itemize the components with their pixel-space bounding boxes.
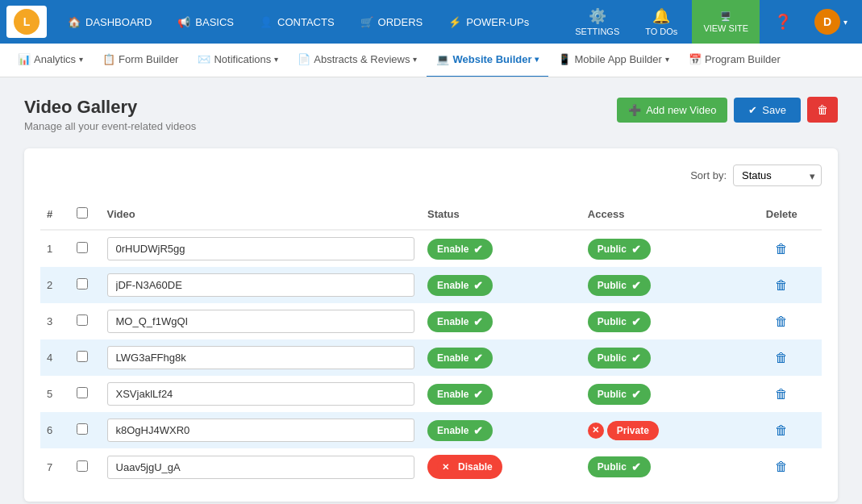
chevron-down-icon: ▾ xyxy=(79,55,83,64)
row-video-cell xyxy=(101,339,422,376)
access-badge[interactable]: Public ✔ xyxy=(588,384,651,405)
nav-basics[interactable]: 📢 BASICS xyxy=(164,0,247,44)
row-number: 7 xyxy=(40,448,70,485)
sort-select[interactable]: Status Access Video xyxy=(733,165,822,186)
row-checkbox[interactable] xyxy=(77,423,88,435)
access-badge[interactable]: Public ✔ xyxy=(588,311,651,332)
access-badge[interactable]: Public ✔ xyxy=(588,456,651,477)
delete-row-button[interactable]: 🗑 xyxy=(775,387,788,402)
video-input[interactable] xyxy=(107,419,415,442)
save-button[interactable]: ✔ Save xyxy=(734,98,801,123)
delete-row-button[interactable]: 🗑 xyxy=(775,351,788,365)
status-badge[interactable]: Enable ✔ xyxy=(427,384,493,405)
row-checkbox-cell xyxy=(70,267,100,303)
nav-powerups[interactable]: ⚡ POWER-UPs xyxy=(435,0,542,44)
status-badge[interactable]: Enable ✔ xyxy=(427,239,493,260)
powerups-icon: ⚡ xyxy=(448,16,461,28)
viewsite-icon: 🖥️ xyxy=(720,11,731,22)
tab-mobile-app[interactable]: 📱 Mobile App Builder ▾ xyxy=(548,44,678,77)
delete-all-button[interactable]: 🗑 xyxy=(807,97,838,123)
table-row: 7 ✕ Disable Public ✔ 🗑 xyxy=(40,448,822,485)
nav-orders[interactable]: 🛒 ORDERS xyxy=(348,0,436,44)
access-badge[interactable]: Public ✔ xyxy=(588,275,651,296)
row-status-cell: Enable ✔ xyxy=(421,267,581,303)
delete-row-button[interactable]: 🗑 xyxy=(775,242,788,256)
delete-row-button[interactable]: 🗑 xyxy=(775,278,788,293)
videos-table: # Video Status Access Delete 1 Enable ✔ … xyxy=(40,199,822,485)
row-checkbox[interactable] xyxy=(77,242,88,253)
nav-items: 🏠 DASHBOARD 📢 BASICS 👤 CONTACTS 🛒 ORDERS… xyxy=(55,0,564,44)
nav-viewsite[interactable]: 🖥️ VIEW SITE xyxy=(692,0,760,44)
checkmark-icon: ✔ xyxy=(631,279,641,292)
col-status: Status xyxy=(421,199,581,230)
contacts-icon: 👤 xyxy=(260,16,273,28)
row-video-cell xyxy=(101,376,422,412)
row-checkbox[interactable] xyxy=(77,387,88,398)
checkmark-icon: ✔ xyxy=(631,388,641,401)
page-content: Video Gallery Manage all your event-rela… xyxy=(0,77,862,504)
nav-help[interactable]: ❓ xyxy=(763,0,803,44)
row-checkbox[interactable] xyxy=(77,278,88,289)
row-number: 3 xyxy=(40,303,70,339)
row-delete-cell: 🗑 xyxy=(742,230,822,267)
settings-icon: ⚙️ xyxy=(589,7,606,25)
delete-row-button[interactable]: 🗑 xyxy=(775,423,788,438)
status-badge[interactable]: Enable ✔ xyxy=(427,348,493,369)
page-title: Video Gallery xyxy=(24,97,196,118)
row-status-cell: Enable ✔ xyxy=(421,303,581,339)
page-header: Video Gallery Manage all your event-rela… xyxy=(24,97,838,132)
chevron-down-icon: ▾ xyxy=(665,55,669,64)
access-badge[interactable]: Private xyxy=(607,421,659,440)
video-input[interactable] xyxy=(107,273,415,297)
table-row: 4 Enable ✔ Public ✔ 🗑 xyxy=(40,339,822,376)
checkmark-icon: ✔ xyxy=(631,460,641,473)
nav-settings[interactable]: ⚙️ SETTINGS xyxy=(564,0,631,44)
tab-abstracts[interactable]: 📄 Abstracts & Reviews ▾ xyxy=(288,44,427,77)
nav-avatar-area[interactable]: D ▾ xyxy=(806,0,856,44)
checkmark-icon: ✔ xyxy=(473,243,483,256)
tab-program-builder[interactable]: 📅 Program Builder xyxy=(679,44,790,77)
status-badge[interactable]: Enable ✔ xyxy=(427,311,493,332)
video-input[interactable] xyxy=(107,310,415,333)
access-badge[interactable]: Public ✔ xyxy=(588,348,651,369)
video-input[interactable] xyxy=(107,237,415,260)
checkmark-icon: ✔ xyxy=(473,352,483,364)
table-row: 6 Enable ✔ ✕Private 🗑 xyxy=(40,412,822,448)
website-icon: 💻 xyxy=(436,53,449,65)
program-icon: 📅 xyxy=(689,53,702,65)
tab-analytics[interactable]: 📊 Analytics ▾ xyxy=(8,44,93,77)
row-checkbox-cell xyxy=(70,339,100,376)
row-video-cell xyxy=(101,230,422,267)
row-checkbox-cell xyxy=(70,412,100,448)
todos-icon: 🔔 xyxy=(652,7,670,25)
logo[interactable]: L xyxy=(6,6,47,38)
delete-row-button[interactable]: 🗑 xyxy=(775,314,788,329)
row-video-cell xyxy=(101,412,422,448)
video-input[interactable] xyxy=(107,456,415,479)
top-navigation: L 🏠 DASHBOARD 📢 BASICS 👤 CONTACTS 🛒 ORDE… xyxy=(0,0,862,44)
nav-contacts[interactable]: 👤 CONTACTS xyxy=(247,0,348,44)
row-checkbox[interactable] xyxy=(77,314,88,326)
row-checkbox[interactable] xyxy=(77,460,88,472)
delete-row-button[interactable]: 🗑 xyxy=(775,460,788,474)
add-video-button[interactable]: ➕ Add new Video xyxy=(617,98,727,123)
row-access-cell: Public ✔ xyxy=(581,230,742,267)
nav-dashboard[interactable]: 🏠 DASHBOARD xyxy=(55,0,164,44)
status-badge[interactable]: Enable ✔ xyxy=(427,275,493,296)
tab-notifications[interactable]: ✉️ Notifications ▾ xyxy=(188,44,288,77)
checkmark-icon: ✔ xyxy=(631,352,641,364)
video-input[interactable] xyxy=(107,382,415,406)
status-badge[interactable]: Enable ✔ xyxy=(427,420,493,441)
row-number: 6 xyxy=(40,412,70,448)
tab-website-builder[interactable]: 💻 Website Builder ▾ xyxy=(427,44,548,77)
nav-todos[interactable]: 🔔 TO DOs xyxy=(634,0,689,44)
row-checkbox[interactable] xyxy=(77,351,88,362)
access-badge[interactable]: Public ✔ xyxy=(588,239,651,260)
dashboard-icon: 🏠 xyxy=(68,16,81,28)
chevron-down-icon: ▾ xyxy=(413,55,417,64)
tab-form-builder[interactable]: 📋 Form Builder xyxy=(93,44,188,77)
video-input[interactable] xyxy=(107,346,415,369)
status-badge[interactable]: ✕ Disable xyxy=(427,455,502,479)
secondary-navigation: 📊 Analytics ▾ 📋 Form Builder ✉️ Notifica… xyxy=(0,44,862,77)
select-all-checkbox[interactable] xyxy=(77,207,88,219)
